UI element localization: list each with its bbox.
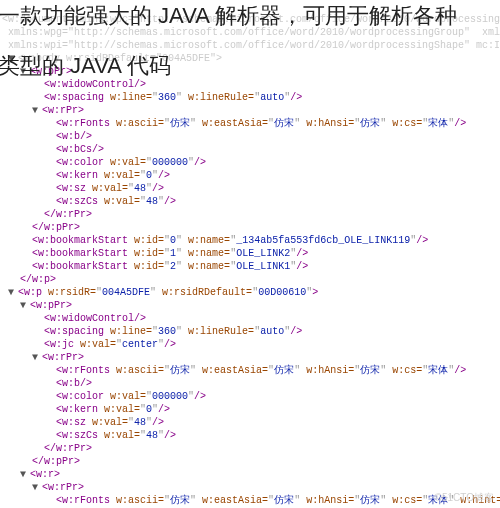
xml-header-3: xmlns:wpi="http://schemas.microsoft.com/… xyxy=(2,40,500,51)
title-line-2: 类型的 JAVA 代码 xyxy=(0,52,171,81)
fold-arrow[interactable]: ▼ xyxy=(20,299,30,312)
fold-arrow[interactable]: ▼ xyxy=(32,351,42,364)
watermark: ©51CTO博客 xyxy=(435,491,494,504)
fold-arrow[interactable]: ▼ xyxy=(20,468,30,481)
fold-arrow[interactable]: ▼ xyxy=(8,286,18,299)
fold-arrow[interactable]: ▼ xyxy=(32,481,42,494)
fold-arrow[interactable]: ▼ xyxy=(32,104,42,117)
title-line-1: 一款功能强大的 JAVA 解析器，可用于解析各种 xyxy=(0,2,457,31)
